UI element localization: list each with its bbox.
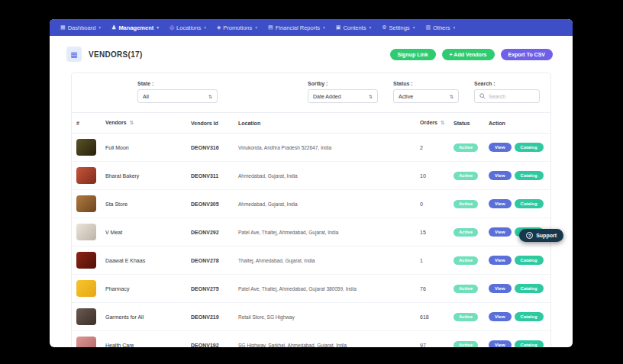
person-icon: ♟ <box>111 24 116 31</box>
vendor-location: Ahmedabad, Gujarat, India <box>234 162 415 190</box>
nav-item-dashboard[interactable]: ▦ Dashboard ▾ <box>60 24 101 31</box>
vendor-location: Retail Store, SG Highway <box>234 303 415 331</box>
vendor-id: DEONV278 <box>186 246 234 275</box>
status-badge: Active <box>454 285 478 293</box>
vendor-orders: 1 <box>415 246 449 275</box>
col-header-orders[interactable]: Orders⇅ <box>415 113 449 134</box>
app-window: ▦ Dashboard ▾ ♟ Management ▾ ◎ Locations… <box>50 19 573 347</box>
sortby-select-value: Date Added <box>313 94 341 99</box>
nav-item-contents[interactable]: ▣ Contents ▾ <box>336 24 371 31</box>
view-button[interactable]: View <box>489 340 512 347</box>
vendor-id: DEONV219 <box>186 303 234 331</box>
vendor-orders: 76 <box>415 275 449 303</box>
vendor-id: DEONV292 <box>186 218 234 246</box>
nav-label: Financial Reports <box>276 24 320 31</box>
select-arrow-icon: ⇅ <box>208 94 212 99</box>
vendor-location: Vinukonda, Andhra Pradesh 522647, India <box>234 134 415 162</box>
top-navbar: ▦ Dashboard ▾ ♟ Management ▾ ◎ Locations… <box>50 19 573 36</box>
promotions-icon: ◈ <box>217 24 221 31</box>
vendors-card: State : All ⇅ Sortby : Date Added ⇅ Stat… <box>71 72 551 347</box>
search-filter-label: Search : <box>474 81 540 86</box>
view-button[interactable]: View <box>489 227 512 237</box>
nav-label: Settings <box>389 24 410 31</box>
search-input[interactable] <box>489 94 533 99</box>
col-header-location: Location <box>234 113 415 134</box>
view-button[interactable]: View <box>489 143 512 152</box>
catalog-button[interactable]: Catalog <box>515 312 544 321</box>
col-header-vendors[interactable]: Vendors⇅ <box>101 113 186 134</box>
view-button[interactable]: View <box>489 199 512 208</box>
nav-label: Management <box>118 24 153 31</box>
page-title: VENDORS(17) <box>89 50 143 59</box>
vendor-name: Garments for All <box>101 303 186 331</box>
vendor-orders: 15 <box>415 218 449 246</box>
table-row: Bharat Bakery DEONV311 Ahmedabad, Gujara… <box>72 162 550 190</box>
vendor-thumbnail <box>76 167 96 184</box>
col-header-vendors-id: Vendors Id <box>186 113 234 134</box>
vendor-thumbnail <box>76 252 96 269</box>
filters-bar: State : All ⇅ Sortby : Date Added ⇅ Stat… <box>72 73 550 112</box>
col-header-action: Action <box>484 113 550 134</box>
signup-link-button[interactable]: Signup Link <box>390 49 436 60</box>
view-button[interactable]: View <box>489 171 512 180</box>
nav-item-others[interactable]: ▥ Others ▾ <box>425 24 455 31</box>
sortby-select[interactable]: Date Added ⇅ <box>308 89 378 103</box>
vendor-thumbnail <box>76 337 96 347</box>
support-label: Support <box>536 233 557 238</box>
dashboard-icon: ▦ <box>60 24 66 31</box>
status-badge: Active <box>454 200 478 208</box>
catalog-button[interactable]: Catalog <box>515 256 544 265</box>
catalog-button[interactable]: Catalog <box>515 143 544 152</box>
vendor-orders: 10 <box>415 162 449 190</box>
table-row: Sta Store DEONV305 Ahmedabad, Gujarat, I… <box>72 190 550 218</box>
vendor-name: Sta Store <box>101 190 186 218</box>
catalog-button[interactable]: Catalog <box>515 171 544 180</box>
status-badge: Active <box>454 341 478 348</box>
export-csv-button[interactable]: Export To CSV <box>501 49 553 60</box>
vendors-grid-icon: ▦ <box>66 47 82 62</box>
view-button[interactable]: View <box>489 312 512 321</box>
catalog-button[interactable]: Catalog <box>515 340 544 347</box>
search-icon <box>479 93 486 99</box>
vendor-thumbnail <box>76 195 96 212</box>
vendor-name: Pharmacy <box>101 275 186 303</box>
nav-label: Contents <box>343 24 366 31</box>
support-button[interactable]: ? Support <box>519 229 563 242</box>
nav-item-financial-reports[interactable]: ▤ Financial Reports ▾ <box>268 24 325 31</box>
table-row: V Meat DEONV292 Patel Ave, Thaltej, Ahme… <box>72 218 550 246</box>
header-actions: Signup Link + Add Vendors Export To CSV <box>390 49 554 60</box>
vendor-id: DEONV275 <box>186 275 234 303</box>
vendors-table: # Vendors⇅ Vendors Id Location Orders⇅ S… <box>72 112 550 347</box>
view-button[interactable]: View <box>489 284 512 293</box>
status-badge: Active <box>454 313 478 321</box>
status-badge: Active <box>454 172 478 180</box>
nav-item-settings[interactable]: ⚙ Settings ▾ <box>382 24 415 31</box>
status-select[interactable]: Active ⇅ <box>393 89 459 103</box>
vendor-name: Bharat Bakery <box>101 162 186 190</box>
chevron-down-icon: ▾ <box>369 25 371 30</box>
status-filter-label: Status : <box>393 81 459 86</box>
vendor-orders: 618 <box>415 303 449 331</box>
state-select[interactable]: All ⇅ <box>137 89 218 103</box>
location-pin-icon: ◎ <box>169 24 174 31</box>
vendor-thumbnail <box>76 308 96 325</box>
sort-icon: ⇅ <box>441 120 444 125</box>
vendor-orders: 2 <box>415 134 449 162</box>
vendor-thumbnail <box>76 139 96 156</box>
status-badge: Active <box>454 228 478 237</box>
add-vendors-button[interactable]: + Add Vendors <box>442 49 495 60</box>
nav-item-promotions[interactable]: ◈ Promotions ▾ <box>217 24 257 31</box>
status-badge: Active <box>454 256 478 265</box>
nav-item-management[interactable]: ♟ Management ▾ <box>111 24 159 31</box>
vendor-id: DEONV192 <box>186 331 234 348</box>
others-icon: ▥ <box>425 24 431 31</box>
nav-item-locations[interactable]: ◎ Locations ▾ <box>169 24 206 31</box>
vendor-id: DEONV311 <box>186 162 234 190</box>
catalog-button[interactable]: Catalog <box>515 199 544 208</box>
question-mark-icon: ? <box>526 232 533 239</box>
view-button[interactable]: View <box>489 256 512 265</box>
vendor-location: Patel Ave, Thaltej, Ahmedabad, Gujarat 3… <box>234 275 415 303</box>
vendor-name: V Meat <box>101 218 186 246</box>
catalog-button[interactable]: Catalog <box>515 284 544 293</box>
vendor-name: Health Care <box>101 331 186 348</box>
